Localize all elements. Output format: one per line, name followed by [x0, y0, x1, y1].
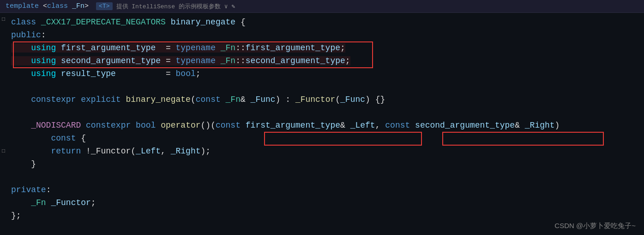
- line-semicolon: };: [11, 211, 21, 220]
- topbar-intellisense-desc: 提供 IntelliSense 的示例模板参数: [116, 2, 221, 11]
- line-close-brace: }: [11, 159, 36, 169]
- line-private: private:: [11, 185, 51, 194]
- line-using2: using second_argument_type = typename _F…: [11, 56, 350, 65]
- collapse-icon-class[interactable]: □: [2, 13, 5, 26]
- topbar: template <class _Fn> <T> 提供 IntelliSense…: [0, 0, 644, 13]
- line-fn-functor: _Fn _Functor;: [11, 198, 96, 207]
- code-editor: template <class _Fn> <T> 提供 IntelliSense…: [0, 0, 644, 235]
- line-public: public:: [11, 30, 46, 40]
- line-constexpr-ctor: constexpr explicit binary_negate(const _…: [11, 95, 385, 104]
- code-pre: class _CXX17_DEPRECATE_NEGATORS binary_n…: [0, 13, 644, 225]
- line-operator: _NODISCARD constexpr bool operator()(con…: [11, 121, 560, 130]
- line-using1: using first_argument_type = typename _Fn…: [11, 43, 345, 53]
- topbar-edit-icon[interactable]: ✎: [232, 3, 235, 10]
- topbar-t-badge: <T>: [96, 2, 112, 10]
- line-return: return !_Functor(_Left, _Right);: [11, 147, 211, 156]
- line-class-decl: class _CXX17_DEPRECATE_NEGATORS binary_n…: [11, 18, 246, 27]
- line-const-block: const {: [11, 134, 86, 143]
- topbar-arrow[interactable]: ∨: [224, 3, 228, 10]
- collapse-icon-operator[interactable]: □: [2, 145, 5, 158]
- topbar-template-text: template <class _Fn>: [6, 2, 89, 10]
- code-container: □ class _CXX17_DEPRECATE_NEGATORS binary…: [0, 13, 644, 235]
- line-using3: using result_type = bool;: [11, 69, 201, 78]
- watermark: CSDN @小萝卜爱吃兔子~: [554, 222, 636, 230]
